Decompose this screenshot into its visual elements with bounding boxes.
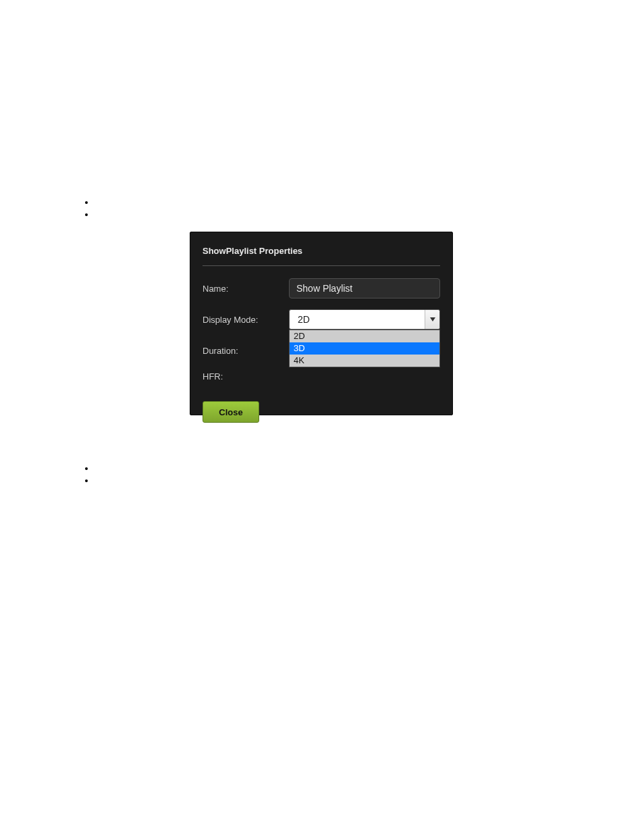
display-mode-select-wrap: 2D 2D 3D 4K: [289, 309, 440, 330]
name-input[interactable]: [289, 278, 440, 298]
display-mode-option-3d[interactable]: 3D: [290, 342, 439, 355]
display-mode-dropdown: 2D 3D 4K: [289, 330, 440, 367]
chevron-down-icon: [425, 310, 439, 329]
dialog-title: ShowPlaylist Properties: [203, 246, 440, 266]
close-button[interactable]: Close: [203, 401, 259, 423]
display-mode-row: Display Mode: 2D 2D 3D 4K: [203, 309, 440, 330]
display-mode-select[interactable]: 2D: [289, 309, 440, 330]
display-mode-label: Display Mode:: [203, 315, 289, 325]
hfr-row: HFR:: [203, 366, 440, 386]
display-mode-option-4k[interactable]: 4K: [290, 355, 439, 367]
duration-label: Duration:: [203, 346, 289, 356]
showplaylist-properties-dialog: ShowPlaylist Properties Name: Display Mo…: [190, 232, 453, 415]
name-label: Name:: [203, 284, 289, 294]
name-row: Name:: [203, 278, 440, 298]
hfr-label: HFR:: [203, 371, 289, 382]
display-mode-option-2d[interactable]: 2D: [290, 330, 439, 342]
display-mode-value: 2D: [298, 314, 310, 325]
